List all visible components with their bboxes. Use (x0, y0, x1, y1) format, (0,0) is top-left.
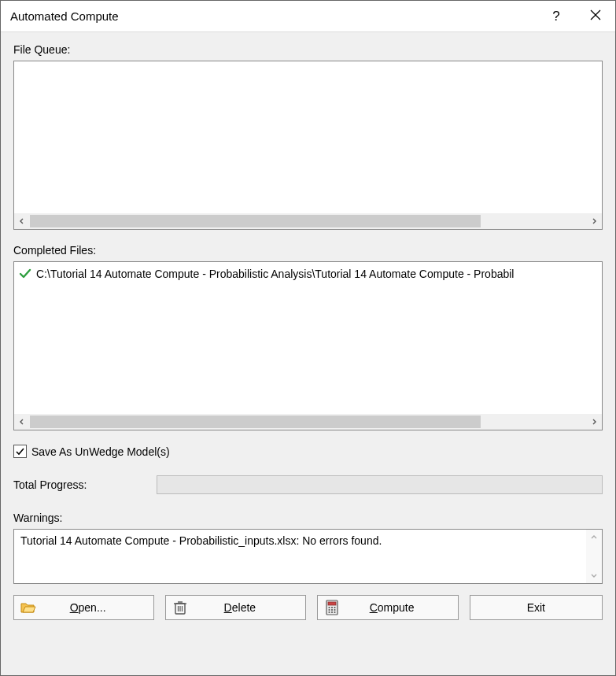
open-button[interactable]: Open... (13, 595, 154, 620)
help-button[interactable]: ? (537, 1, 576, 32)
file-queue-content (14, 61, 602, 213)
total-progress-label: Total Progress: (13, 478, 147, 491)
scroll-track[interactable] (30, 213, 586, 229)
scroll-thumb[interactable] (30, 215, 481, 227)
completed-files-label: Completed Files: (13, 244, 603, 257)
completed-file-path: C:\Tutorial 14 Automate Compute - Probab… (36, 268, 514, 280)
titlebar: Automated Compute ? (1, 1, 615, 32)
scroll-left-button[interactable] (14, 414, 30, 430)
scroll-down-button[interactable] (586, 567, 602, 583)
delete-button[interactable]: Delete (165, 595, 306, 620)
save-as-unwedge-label: Save As UnWedge Model(s) (31, 445, 170, 458)
button-row: Open... Delete (13, 595, 603, 620)
close-icon (590, 9, 601, 24)
delete-button-label: Delete (180, 601, 299, 614)
compute-button-label: Compute (332, 601, 451, 614)
warnings-vscrollbar[interactable] (586, 530, 602, 583)
window-title: Automated Compute (10, 9, 537, 23)
warnings-label: Warnings: (13, 512, 603, 524)
svg-point-13 (329, 609, 330, 611)
warnings-content: Tutorial 14 Automate Compute - Probabili… (14, 530, 586, 583)
dialog-window: Automated Compute ? File Queue: (0, 0, 616, 676)
help-icon: ? (552, 9, 559, 24)
progress-row: Total Progress: (13, 475, 603, 494)
svg-point-10 (329, 607, 330, 608)
close-button[interactable] (576, 1, 615, 32)
exit-button-label: Exit (527, 601, 545, 614)
scroll-track[interactable] (586, 545, 602, 567)
list-item[interactable]: C:\Tutorial 14 Automate Compute - Probab… (19, 265, 597, 283)
scroll-track[interactable] (30, 414, 586, 430)
save-as-unwedge-checkbox-row[interactable]: Save As UnWedge Model(s) (13, 445, 603, 458)
open-button-label: Open... (28, 601, 147, 614)
dialog-body: File Queue: Completed Files: (1, 32, 615, 675)
scroll-right-button[interactable] (586, 213, 602, 229)
file-queue-hscrollbar[interactable] (14, 213, 602, 229)
scroll-thumb[interactable] (30, 416, 481, 428)
checkmark-icon (19, 268, 31, 280)
warning-line: Tutorial 14 Automate Compute - Probabili… (20, 534, 580, 547)
completed-files-listbox[interactable]: C:\Tutorial 14 Automate Compute - Probab… (13, 261, 603, 430)
file-queue-label: File Queue: (13, 43, 603, 56)
svg-point-16 (329, 611, 330, 613)
file-queue-listbox[interactable] (13, 61, 603, 230)
scroll-right-button[interactable] (586, 414, 602, 430)
compute-button[interactable]: Compute (317, 595, 458, 620)
completed-files-content: C:\Tutorial 14 Automate Compute - Probab… (14, 262, 602, 414)
scroll-left-button[interactable] (14, 213, 30, 229)
scroll-up-button[interactable] (586, 530, 602, 545)
warnings-textbox[interactable]: Tutorial 14 Automate Compute - Probabili… (13, 529, 603, 584)
exit-button[interactable]: Exit (470, 595, 603, 620)
completed-hscrollbar[interactable] (14, 414, 602, 430)
save-as-unwedge-checkbox[interactable] (13, 445, 27, 458)
progress-bar (157, 475, 603, 494)
